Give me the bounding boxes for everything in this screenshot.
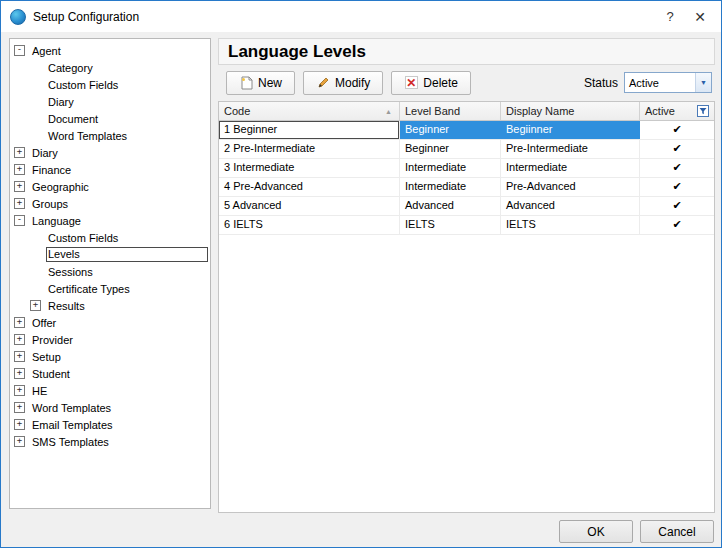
expand-icon[interactable]: + xyxy=(14,419,25,430)
levels-table-body: 1 BeginnerBeginnerBegiinner✔2 Pre-Interm… xyxy=(219,121,714,235)
expand-icon[interactable]: + xyxy=(30,300,41,311)
expand-icon[interactable]: + xyxy=(14,164,25,175)
titlebar: Setup Configuration ? ✕ xyxy=(1,1,721,32)
help-button[interactable]: ? xyxy=(655,1,685,32)
tree-item-agent[interactable]: -Agent xyxy=(10,42,210,59)
active-checkbox[interactable]: ✔ xyxy=(640,216,714,234)
new-button[interactable]: New xyxy=(226,71,295,95)
expand-icon[interactable]: + xyxy=(14,402,25,413)
tree-item-label: Diary xyxy=(30,146,60,160)
table-row[interactable]: 2 Pre-IntermediateBeginnerPre-Intermedia… xyxy=(219,140,714,159)
tree-item-label: Agent xyxy=(30,44,63,58)
tree-item-results[interactable]: +Results xyxy=(10,297,210,314)
cell-code[interactable]: 1 Beginner xyxy=(219,121,400,139)
tree-item-category[interactable]: Category xyxy=(10,59,210,76)
cell-display[interactable]: Pre-Advanced xyxy=(501,178,640,196)
close-button[interactable]: ✕ xyxy=(685,1,715,32)
table-row[interactable]: 6 IELTSIELTSIELTS✔ xyxy=(219,216,714,235)
window-title: Setup Configuration xyxy=(33,10,655,24)
cancel-button[interactable]: Cancel xyxy=(640,520,714,543)
tree-item-document[interactable]: Document xyxy=(10,110,210,127)
tree-item-language[interactable]: -Language xyxy=(10,212,210,229)
delete-button[interactable]: ✕ Delete xyxy=(391,71,471,95)
cell-display[interactable]: IELTS xyxy=(501,216,640,234)
tree-item-label: Finance xyxy=(30,163,73,177)
expand-icon[interactable]: + xyxy=(14,368,25,379)
collapse-icon[interactable]: - xyxy=(14,215,25,226)
table-row[interactable]: 5 AdvancedAdvancedAdvanced✔ xyxy=(219,197,714,216)
column-header-display-name[interactable]: Display Name xyxy=(501,102,640,120)
table-row[interactable]: 1 BeginnerBeginnerBegiinner✔ xyxy=(219,121,714,140)
status-dropdown[interactable]: Active ▼ xyxy=(624,72,712,93)
cell-band[interactable]: Beginner xyxy=(400,121,501,139)
cell-code[interactable]: 3 Intermediate xyxy=(219,159,400,177)
modify-button[interactable]: Modify xyxy=(303,71,383,95)
tree-item-word-templates[interactable]: +Word Templates xyxy=(10,399,210,416)
tree-item-geographic[interactable]: +Geographic xyxy=(10,178,210,195)
active-checkbox[interactable]: ✔ xyxy=(640,159,714,177)
tree-item-certificate-types[interactable]: Certificate Types xyxy=(10,280,210,297)
active-checkbox[interactable]: ✔ xyxy=(640,197,714,215)
tree-item-finance[interactable]: +Finance xyxy=(10,161,210,178)
tree-item-sms-templates[interactable]: +SMS Templates xyxy=(10,433,210,450)
column-header-level-band[interactable]: Level Band xyxy=(400,102,501,120)
active-checkbox[interactable]: ✔ xyxy=(640,121,714,139)
tree-item-label: Setup xyxy=(30,350,63,364)
dropdown-arrow-icon[interactable]: ▼ xyxy=(695,73,711,92)
sort-ascending-icon: ▲ xyxy=(385,108,394,115)
expand-icon[interactable]: + xyxy=(14,351,25,362)
tree-item-he[interactable]: +HE xyxy=(10,382,210,399)
tree-item-label: Geographic xyxy=(30,180,91,194)
tree-item-label: Custom Fields xyxy=(46,231,120,245)
tree-item-email-templates[interactable]: +Email Templates xyxy=(10,416,210,433)
cell-display[interactable]: Intermediate xyxy=(501,159,640,177)
tree-item-label: Groups xyxy=(30,197,70,211)
active-checkbox[interactable]: ✔ xyxy=(640,178,714,196)
expand-icon[interactable]: + xyxy=(14,147,25,158)
tree-item-label: Document xyxy=(46,112,100,126)
cell-band[interactable]: Intermediate xyxy=(400,178,501,196)
tree-item-diary[interactable]: +Diary xyxy=(10,144,210,161)
pencil-icon xyxy=(316,76,330,90)
column-label-active: Active xyxy=(645,105,675,117)
cell-display[interactable]: Advanced xyxy=(501,197,640,215)
cell-code[interactable]: 2 Pre-Intermediate xyxy=(219,140,400,158)
tree-item-diary[interactable]: Diary xyxy=(10,93,210,110)
tree-item-custom-fields[interactable]: Custom Fields xyxy=(10,229,210,246)
tree-item-groups[interactable]: +Groups xyxy=(10,195,210,212)
expand-icon[interactable]: + xyxy=(14,436,25,447)
expand-icon[interactable]: + xyxy=(14,385,25,396)
active-checkbox[interactable]: ✔ xyxy=(640,140,714,158)
tree-item-setup[interactable]: +Setup xyxy=(10,348,210,365)
cell-code[interactable]: 5 Advanced xyxy=(219,197,400,215)
tree-item-label: Category xyxy=(46,61,95,75)
cell-code[interactable]: 6 IELTS xyxy=(219,216,400,234)
cell-code[interactable]: 4 Pre-Advanced xyxy=(219,178,400,196)
table-row[interactable]: 4 Pre-AdvancedIntermediatePre-Advanced✔ xyxy=(219,178,714,197)
tree-item-label: Sessions xyxy=(46,265,95,279)
cell-band[interactable]: Beginner xyxy=(400,140,501,158)
column-header-code[interactable]: Code ▲ xyxy=(219,102,400,120)
cell-band[interactable]: Advanced xyxy=(400,197,501,215)
tree-item-provider[interactable]: +Provider xyxy=(10,331,210,348)
expand-icon[interactable]: + xyxy=(14,198,25,209)
expand-icon[interactable]: + xyxy=(14,317,25,328)
cell-band[interactable]: IELTS xyxy=(400,216,501,234)
tree-item-levels[interactable]: Levels xyxy=(10,246,210,263)
tree-item-custom-fields[interactable]: Custom Fields xyxy=(10,76,210,93)
collapse-icon[interactable]: - xyxy=(14,45,25,56)
table-row[interactable]: 3 IntermediateIntermediateIntermediate✔ xyxy=(219,159,714,178)
tree-item-word-templates[interactable]: Word Templates xyxy=(10,127,210,144)
tree-item-student[interactable]: +Student xyxy=(10,365,210,382)
expand-icon[interactable]: + xyxy=(14,181,25,192)
expand-icon[interactable]: + xyxy=(14,334,25,345)
ok-button[interactable]: OK xyxy=(559,520,633,543)
column-header-active[interactable]: Active xyxy=(640,102,714,120)
tree-item-label: HE xyxy=(30,384,49,398)
filter-icon[interactable] xyxy=(697,105,709,117)
tree-item-sessions[interactable]: Sessions xyxy=(10,263,210,280)
cell-display[interactable]: Begiinner xyxy=(501,121,640,139)
cell-display[interactable]: Pre-Intermediate xyxy=(501,140,640,158)
tree-item-offer[interactable]: +Offer xyxy=(10,314,210,331)
cell-band[interactable]: Intermediate xyxy=(400,159,501,177)
